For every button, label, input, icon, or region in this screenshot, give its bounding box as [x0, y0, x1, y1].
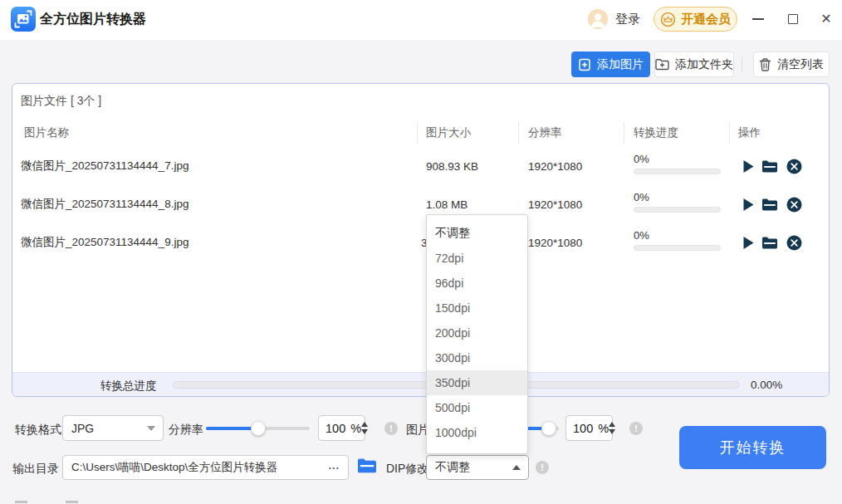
- progress-percent-label: 0%: [634, 191, 722, 203]
- progress-bar: [634, 245, 721, 251]
- start-convert-button[interactable]: 开始转换: [679, 426, 826, 469]
- file-name: 微信图片_20250731134444_7.jpg: [21, 151, 188, 181]
- open-folder-button[interactable]: [761, 159, 778, 174]
- remove-file-button[interactable]: [786, 159, 802, 174]
- column-divider: [417, 122, 418, 144]
- add-image-icon: [578, 58, 591, 71]
- column-header-actions: 操作: [738, 122, 761, 144]
- resolution-percent-value: 100: [319, 422, 345, 435]
- close-button[interactable]: ✕: [815, 7, 838, 31]
- file-list-panel: 图片文件 [ 3个 ] 图片名称 图片大小 分辨率 转换进度 操作 微信图片_2…: [12, 83, 830, 397]
- dpi-option[interactable]: 150dpi: [427, 296, 527, 321]
- spinner-down-icon[interactable]: [609, 429, 615, 434]
- quality-percent-spinner[interactable]: 100 %: [565, 415, 613, 441]
- spinner-up-icon[interactable]: [609, 422, 615, 427]
- add-folder-icon: [655, 58, 669, 71]
- trash-icon: [759, 58, 771, 71]
- dip-select[interactable]: 不调整: [426, 455, 529, 480]
- dpi-option[interactable]: 200dpi: [427, 321, 527, 345]
- resolution-slider-thumb[interactable]: [251, 421, 266, 436]
- column-divider: [729, 122, 730, 144]
- login-button[interactable]: 登录: [615, 12, 640, 27]
- percent-sign: %: [350, 422, 361, 435]
- file-progress: 0%: [634, 153, 722, 174]
- remove-file-button[interactable]: [786, 197, 802, 213]
- toolbar-divider: [742, 56, 742, 72]
- file-resolution: 1920*1080: [528, 151, 582, 181]
- vip-button[interactable]: 开通会员: [654, 7, 737, 32]
- quality-info-icon[interactable]: !: [629, 422, 643, 435]
- avatar[interactable]: [588, 9, 608, 29]
- dpi-option[interactable]: 1000dpi: [427, 420, 527, 445]
- spinner-up-icon[interactable]: [361, 422, 368, 427]
- dpi-option[interactable]: 72dpi: [427, 246, 527, 271]
- maximize-button[interactable]: [781, 7, 805, 31]
- remove-file-button[interactable]: [786, 235, 802, 251]
- chevron-up-icon: [512, 465, 521, 470]
- file-progress: 0%: [634, 191, 722, 213]
- table-row[interactable]: 微信图片_20250731134444_8.jpg 1.08 MB 1920*1…: [12, 189, 829, 219]
- file-progress: 0%: [634, 229, 722, 251]
- quality-slider-thumb[interactable]: [541, 421, 556, 436]
- progress-percent-label: 0%: [634, 229, 722, 242]
- output-folder-icon[interactable]: [357, 458, 377, 477]
- column-header-resolution: 分辨率: [528, 122, 562, 144]
- file-name: 微信图片_20250731134444_8.jpg: [21, 189, 188, 219]
- dpi-option[interactable]: 不调整: [427, 221, 527, 246]
- spinner-arrows[interactable]: [361, 422, 368, 434]
- table-row[interactable]: 微信图片_20250731134444_7.jpg 908.93 KB 1920…: [12, 151, 829, 181]
- app-logo-icon: [11, 7, 36, 32]
- clear-list-label: 清空列表: [777, 57, 824, 72]
- file-panel-title: 图片文件 [ 3个 ]: [21, 94, 101, 109]
- crown-icon: [660, 12, 676, 27]
- column-header-size: 图片大小: [426, 122, 471, 144]
- total-progress-value: 0.00%: [751, 379, 782, 391]
- quality-percent-value: 100: [566, 422, 593, 435]
- app-title: 全方位图片转换器: [40, 11, 146, 28]
- play-button[interactable]: [740, 235, 756, 251]
- percent-sign: %: [598, 422, 609, 435]
- column-divider: [624, 122, 624, 144]
- file-size: 908.93 KB: [426, 151, 478, 181]
- output-dir-label: 输出目录: [12, 462, 59, 477]
- format-label: 转换格式: [15, 423, 61, 438]
- browse-button[interactable]: ···: [329, 462, 349, 474]
- add-folder-label: 添加文件夹: [675, 57, 733, 72]
- output-path-value: C:\Users\喵喵\Desktop\全方位图片转换器: [63, 460, 329, 475]
- spinner-arrows[interactable]: [609, 422, 615, 434]
- dip-info-icon[interactable]: !: [536, 461, 549, 474]
- file-resolution: 1920*1080: [528, 189, 582, 219]
- add-folder-button[interactable]: 添加文件夹: [654, 51, 734, 77]
- play-button[interactable]: [740, 197, 756, 213]
- play-button[interactable]: [740, 159, 756, 174]
- total-progress-label: 转换总进度: [100, 379, 157, 394]
- chevron-down-icon: [147, 426, 155, 431]
- spinner-down-icon[interactable]: [361, 429, 368, 434]
- open-folder-button[interactable]: [761, 235, 778, 251]
- cutoff-text-fragment: [15, 501, 27, 503]
- progress-bar: [634, 207, 721, 213]
- format-select[interactable]: JPG: [62, 415, 164, 441]
- cutoff-text-fragment: [66, 501, 78, 503]
- minimize-button[interactable]: [747, 7, 770, 31]
- dpi-option[interactable]: 96dpi: [427, 271, 527, 296]
- resolution-label: 分辨率: [169, 423, 203, 438]
- open-folder-button[interactable]: [761, 197, 778, 213]
- dpi-option[interactable]: 300dpi: [427, 345, 527, 370]
- resolution-info-icon[interactable]: !: [384, 422, 398, 435]
- close-icon: ✕: [820, 12, 831, 26]
- vip-label: 开通会员: [681, 12, 731, 27]
- clear-list-button[interactable]: 清空列表: [753, 51, 830, 77]
- resolution-percent-spinner[interactable]: 100 %: [318, 415, 365, 441]
- column-header-progress: 转换进度: [634, 122, 678, 144]
- dip-value: 不调整: [427, 460, 512, 475]
- add-image-label: 添加图片: [597, 57, 644, 72]
- dpi-option[interactable]: 350dpi: [427, 370, 527, 395]
- format-value: JPG: [63, 422, 147, 435]
- table-row[interactable]: 微信图片_20250731134444_9.jpg 3 1920*1080 0%: [12, 228, 829, 257]
- file-name: 微信图片_20250731134444_9.jpg: [21, 228, 188, 257]
- add-image-button[interactable]: 添加图片: [571, 51, 650, 77]
- dpi-option[interactable]: 500dpi: [427, 395, 527, 420]
- column-divider: [518, 122, 519, 144]
- output-path-field[interactable]: C:\Users\喵喵\Desktop\全方位图片转换器 ···: [62, 455, 349, 480]
